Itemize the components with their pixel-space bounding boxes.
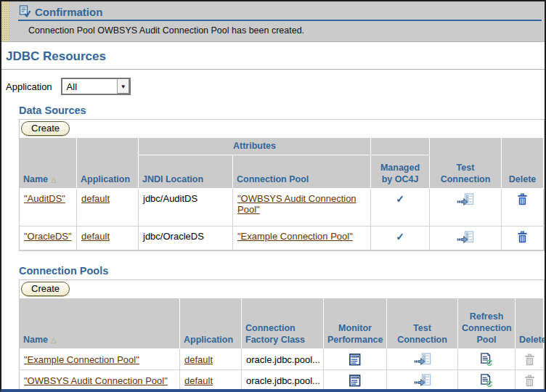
application-select-value: All — [62, 79, 117, 94]
monitor-performance-icon[interactable] — [349, 375, 361, 387]
cp-header-test-connection: Test Connection — [387, 298, 458, 349]
ds-header-spacer — [371, 138, 430, 155]
connection-pool-name-link[interactable]: "Example Connection Pool" — [24, 354, 139, 365]
connection-pools-create-bar: Create — [20, 280, 544, 298]
application-link[interactable]: default — [184, 354, 213, 365]
ds-header-delete: Delete — [502, 138, 544, 189]
cp-header-refresh-connection-pool: Refresh Connection Pool — [458, 298, 516, 349]
connection-pool-link[interactable]: "Example Connection Pool" — [237, 231, 353, 242]
data-sources-table-box: Create Name△ Application Attributes Test… — [19, 119, 545, 251]
connection-factory-class-value: oracle.jdbc.pool... — [246, 375, 320, 386]
application-server-control-page: Confirmation Connection Pool OWBSYS Audi… — [0, 0, 546, 392]
refresh-connection-pool-icon[interactable] — [480, 353, 493, 366]
application-label: Application — [6, 81, 52, 92]
monitor-performance-icon[interactable] — [349, 354, 361, 366]
application-link[interactable]: default — [81, 193, 110, 204]
ds-header-jndi-location: JNDI Location — [139, 155, 233, 189]
confirmation-side-strip — [1, 1, 9, 41]
managed-check-icon: ✓ — [396, 193, 404, 205]
confirmation-title: Confirmation — [35, 6, 102, 18]
data-sources-create-bar: Create — [20, 120, 544, 138]
delete-trash-icon[interactable] — [517, 193, 528, 205]
table-row: "OracleDS" default jdbc/OracleDS "Exampl… — [20, 226, 544, 250]
application-link[interactable]: default — [184, 375, 213, 386]
confirmation-title-row: Confirmation — [18, 5, 542, 21]
jndi-location-value: jdbc/OracleDS — [143, 231, 204, 242]
cp-header-monitor-performance: Monitor Performance — [324, 298, 387, 349]
application-link[interactable]: default — [81, 231, 110, 242]
test-connection-icon[interactable] — [414, 374, 431, 388]
jndi-location-value: jdbc/AuditDS — [143, 193, 197, 204]
dropdown-arrow-icon[interactable]: ▼ — [117, 79, 129, 94]
cp-header-name[interactable]: Name△ — [20, 298, 180, 349]
connection-pool-name-link[interactable]: "OWBSYS Audit Connection Pool" — [24, 375, 168, 386]
data-source-name-link[interactable]: "AuditDS" — [24, 193, 65, 204]
confirmation-banner: Confirmation Connection Pool OWBSYS Audi… — [1, 1, 545, 42]
data-sources-table: Name△ Application Attributes Test Connec… — [20, 138, 544, 250]
ds-header-application: Application — [77, 138, 139, 189]
create-data-source-button[interactable]: Create — [21, 121, 70, 136]
test-connection-icon[interactable] — [414, 353, 431, 367]
connection-factory-class-value: oracle.jdbc.pool... — [246, 354, 320, 365]
ds-header-connection-pool: Connection Pool — [233, 155, 371, 189]
application-select[interactable]: All ▼ — [61, 78, 131, 95]
application-filter: Application All ▼ — [6, 78, 545, 95]
confirmation-message: Connection Pool OWBSYS Audit Connection … — [18, 21, 542, 36]
delete-trash-icon[interactable] — [517, 231, 528, 243]
connection-pools-heading: Connection Pools — [19, 265, 545, 277]
connection-pools-table: Name△ Application Connection Factory Cla… — [20, 298, 544, 391]
sort-ascending-icon: △ — [51, 176, 57, 184]
connection-pools-table-box: Create Name△ Application Connection Fact… — [19, 279, 545, 392]
managed-check-icon: ✓ — [396, 231, 404, 242]
test-connection-icon[interactable] — [457, 193, 474, 207]
table-row: "OWBSYS Audit Connection Pool" default o… — [20, 370, 544, 391]
refresh-connection-pool-icon[interactable] — [480, 374, 493, 387]
cp-header-delete: Delete — [516, 298, 544, 349]
confirmation-content: Confirmation Connection Pool OWBSYS Audi… — [9, 1, 545, 41]
page-title-block: JDBC Resources — [1, 42, 545, 70]
data-sources-heading: Data Sources — [19, 105, 545, 116]
delete-trash-icon-disabled — [524, 375, 535, 387]
table-row: "AuditDS" default jdbc/AuditDS "OWBSYS A… — [20, 189, 544, 226]
test-connection-icon[interactable] — [457, 231, 474, 245]
ds-header-test-connection: Test Connection — [430, 138, 502, 189]
sort-ascending-icon: △ — [51, 336, 57, 344]
cp-header-application: Application — [180, 298, 242, 349]
cp-header-connection-factory-class: Connection Factory Class — [242, 298, 324, 349]
connection-pool-link[interactable]: "OWBSYS Audit Connection Pool" — [237, 193, 356, 215]
ds-header-attributes-group: Attributes — [139, 138, 371, 155]
ds-header-managed-by-oc4j: Managed by OC4J — [371, 155, 430, 189]
create-connection-pool-button[interactable]: Create — [21, 282, 70, 296]
confirmation-icon — [18, 5, 31, 18]
table-row: "Example Connection Pool" default oracle… — [20, 349, 544, 370]
delete-trash-icon-disabled — [524, 354, 535, 366]
data-source-name-link[interactable]: "OracleDS" — [24, 231, 72, 242]
ds-header-name[interactable]: Name△ — [20, 138, 77, 189]
page-title: JDBC Resources — [6, 49, 545, 64]
